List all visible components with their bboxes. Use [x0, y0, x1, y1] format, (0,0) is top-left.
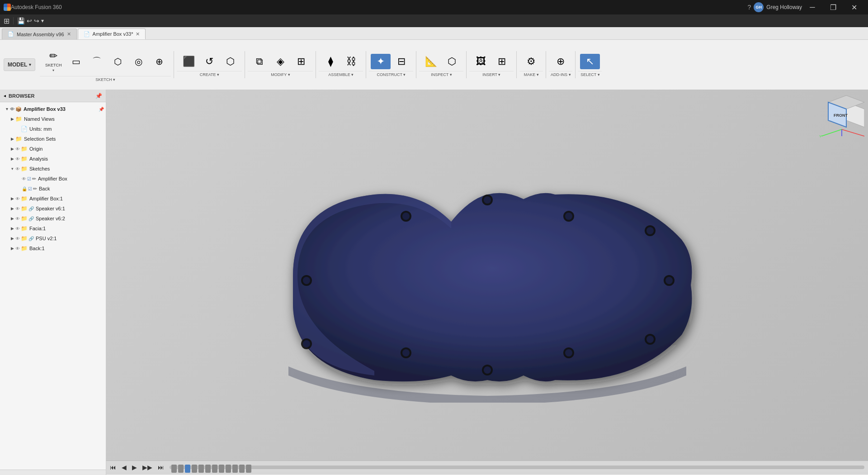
- create-loft-btn[interactable]: ⬡: [220, 54, 240, 69]
- tree-origin[interactable]: ▶ 👁 📁 Origin: [0, 144, 106, 154]
- units-label: Units: mm: [29, 126, 104, 132]
- insert-decal-btn[interactable]: ⊞: [492, 54, 512, 69]
- quickaccess-more[interactable]: ▾: [41, 18, 44, 24]
- canvas-icon: 🖼: [476, 56, 486, 67]
- help-icon[interactable]: ?: [748, 4, 751, 11]
- minimize-button[interactable]: ─: [802, 0, 823, 14]
- modify-fillet-btn[interactable]: ◈: [270, 54, 290, 69]
- tab-amplifier-box[interactable]: 📄 Amplifier Box v33* ✕: [78, 28, 146, 39]
- timeline-begin[interactable]: ⏮: [108, 463, 118, 472]
- sketches-vis-icon[interactable]: 👁: [15, 166, 20, 171]
- modify-shell-btn[interactable]: ⊞: [291, 54, 311, 69]
- timeline-end[interactable]: ⏭: [156, 463, 166, 472]
- addins-icon: ⊕: [557, 56, 565, 67]
- origin-folder-icon: 📁: [21, 146, 28, 152]
- tree-sketches[interactable]: ▾ 👁 📁 Sketches: [0, 164, 106, 174]
- root-label: Amplifier Box v33: [24, 106, 99, 112]
- sketch-ampbox-vis[interactable]: 👁: [22, 176, 26, 181]
- tab-close-amplifier[interactable]: ✕: [136, 31, 140, 37]
- tree-speaker2[interactable]: ▶ 👁 📁 🔗 Speaker v6:2: [0, 214, 106, 223]
- speaker2-vis[interactable]: 👁: [15, 216, 20, 221]
- sketch-offset-btn[interactable]: ◎: [128, 54, 148, 69]
- sketch-group-label: SKETCH ▾: [40, 76, 171, 83]
- root-vis-icon[interactable]: 👁: [10, 107, 14, 112]
- tab-icon: 📄: [8, 31, 14, 37]
- create-extrude-btn[interactable]: ⬛: [179, 54, 198, 69]
- speaker1-vis[interactable]: 👁: [15, 206, 20, 211]
- assemble-new-btn[interactable]: ⧫: [321, 54, 340, 69]
- back1-expand[interactable]: ▶: [9, 246, 15, 251]
- analysis-vis-icon[interactable]: 👁: [15, 157, 20, 162]
- tree-sketch-ampbox[interactable]: 👁 ☑ ✏ Amplifier Box: [0, 174, 106, 184]
- model-label: MODEL: [8, 62, 27, 68]
- insert-canvas-btn[interactable]: 🖼: [471, 54, 491, 69]
- tree-facia1[interactable]: ▶ 👁 📁 Facia:1: [0, 223, 106, 233]
- modify-press-btn[interactable]: ⧉: [250, 54, 269, 69]
- timeline-track[interactable]: [170, 466, 864, 469]
- select-btn[interactable]: ↖: [580, 54, 600, 69]
- speaker1-expand[interactable]: ▶: [9, 206, 15, 211]
- tree-root-item[interactable]: ▾ 👁 📦 Amplifier Box v33 📌: [0, 104, 106, 114]
- tree-units[interactable]: 📄 Units: mm: [0, 124, 106, 134]
- root-expand[interactable]: ▾: [4, 107, 10, 111]
- make-group-label: MAKE ▾: [519, 71, 543, 78]
- tree-analysis[interactable]: ▶ 👁 📁 Analysis: [0, 154, 106, 164]
- back1-folder-icon: 📁: [21, 245, 28, 252]
- redo-button[interactable]: ↪: [34, 17, 39, 24]
- viewport[interactable]: FRONT X Y: [106, 90, 868, 475]
- root-pin-icon[interactable]: 📌: [99, 107, 104, 112]
- facia1-expand[interactable]: ▶: [9, 226, 15, 231]
- timeline-prev[interactable]: ◀: [120, 463, 128, 472]
- sketch-arc-icon: ⌒: [92, 55, 101, 67]
- ampbox1-expand[interactable]: ▶: [9, 196, 15, 201]
- inspect-measure-btn[interactable]: 📐: [421, 54, 441, 69]
- origin-expand[interactable]: ▶: [9, 147, 15, 151]
- undo-button[interactable]: ↩: [27, 17, 32, 24]
- tree-back1[interactable]: ▶ 👁 📁 Back:1: [0, 243, 106, 253]
- sketch-back-lock[interactable]: 🔒: [22, 186, 27, 191]
- close-button[interactable]: ✕: [844, 0, 864, 14]
- sketch-plus-btn[interactable]: ⊕: [149, 54, 169, 69]
- back1-vis[interactable]: 👁: [15, 246, 20, 251]
- tree-speaker1[interactable]: ▶ 👁 📁 🔗 Speaker v6:1: [0, 204, 106, 214]
- inspect-interference-btn[interactable]: ⬡: [442, 54, 462, 69]
- tabbar: 📄 Master Assembly v96 ✕ 📄 Amplifier Box …: [0, 27, 868, 40]
- browser-pin-icon[interactable]: 📌: [95, 93, 102, 99]
- browser-expand-icon[interactable]: ◂: [4, 93, 6, 98]
- sketches-expand[interactable]: ▾: [9, 166, 15, 171]
- create-revolve-btn[interactable]: ↺: [199, 54, 219, 69]
- assemble-joint-btn[interactable]: ⛓: [341, 54, 361, 69]
- selection-sets-expand[interactable]: ▶: [9, 137, 15, 141]
- tree-psu1[interactable]: ▶ 👁 📁 🔗 PSU v2:1: [0, 233, 106, 243]
- construct-plane-btn[interactable]: ✦: [371, 54, 391, 69]
- addins-btn[interactable]: ⊕: [551, 54, 571, 69]
- tree-ampbox1[interactable]: ▶ 👁 📁 Amplifier Box:1: [0, 194, 106, 204]
- tree-selection-sets[interactable]: ▶ 📁 Selection Sets: [0, 134, 106, 144]
- tab-close-master[interactable]: ✕: [67, 31, 71, 37]
- restore-button[interactable]: ❐: [823, 0, 844, 14]
- make-3dprint-btn[interactable]: ⚙: [521, 54, 541, 69]
- svg-point-10: [402, 213, 410, 220]
- tab-master-assembly[interactable]: 📄 Master Assembly v96 ✕: [2, 28, 77, 39]
- sketch-btn[interactable]: ✏ SKETCH ▾: [42, 48, 65, 74]
- sketch-rect-btn[interactable]: ▭: [66, 54, 86, 69]
- timeline-next[interactable]: ▶▶: [141, 463, 154, 472]
- tree-named-views[interactable]: ▶ 📁 Named Views: [0, 114, 106, 124]
- ampbox1-vis[interactable]: 👁: [15, 196, 20, 201]
- viewcube[interactable]: FRONT X Y: [819, 93, 864, 138]
- model-dropdown[interactable]: MODEL ▾: [4, 58, 35, 71]
- speaker2-expand[interactable]: ▶: [9, 216, 15, 221]
- grid-icon[interactable]: ⊞: [4, 17, 9, 25]
- named-views-expand[interactable]: ▶: [9, 117, 15, 121]
- facia1-vis[interactable]: 👁: [15, 226, 20, 231]
- origin-vis-icon[interactable]: 👁: [15, 147, 20, 152]
- psu1-vis[interactable]: 👁: [15, 236, 20, 241]
- sketch-poly-btn[interactable]: ⬡: [108, 54, 127, 69]
- timeline-play[interactable]: ▶: [130, 463, 139, 472]
- sketch-arc-btn[interactable]: ⌒: [87, 53, 107, 69]
- construct-axis-btn[interactable]: ⊟: [392, 54, 411, 69]
- save-button[interactable]: 💾: [17, 17, 25, 24]
- psu1-expand[interactable]: ▶: [9, 236, 15, 241]
- tree-sketch-back[interactable]: 🔒 ☑ ✏ Back: [0, 184, 106, 194]
- analysis-expand[interactable]: ▶: [9, 157, 15, 161]
